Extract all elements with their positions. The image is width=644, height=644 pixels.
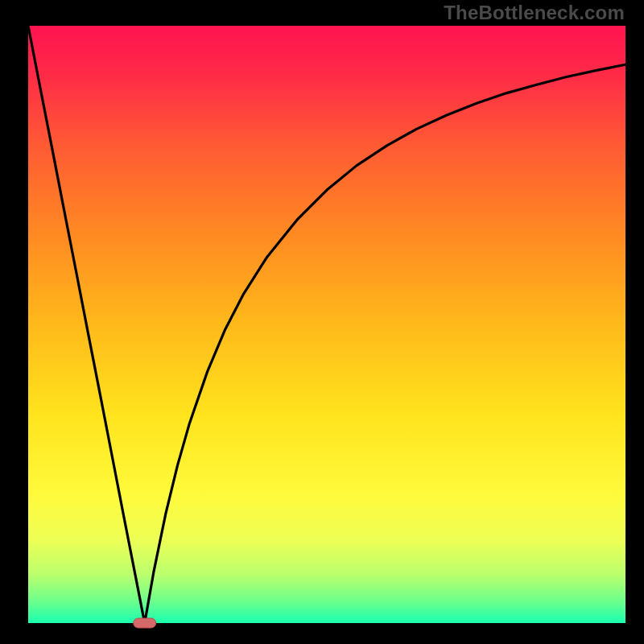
watermark-text: TheBottleneck.com xyxy=(444,2,625,24)
plot-background xyxy=(28,26,625,623)
chart-frame: TheBottleneck.com xyxy=(0,0,644,644)
optimum-marker xyxy=(134,618,156,628)
bottleneck-chart xyxy=(0,0,644,644)
